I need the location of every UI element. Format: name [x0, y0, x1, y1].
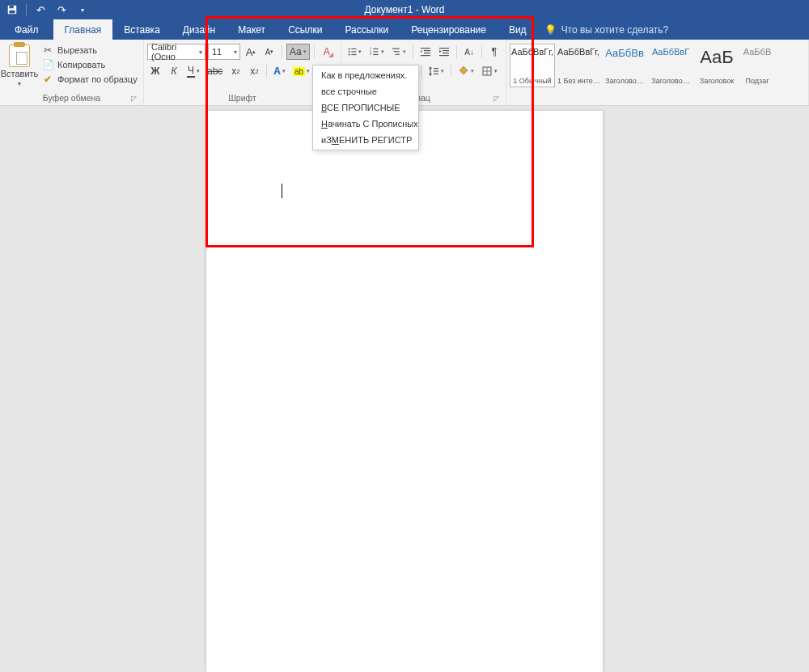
style-heading2[interactable]: АаБбВвГЗаголово…: [648, 44, 693, 87]
text-cursor: [282, 184, 282, 198]
tab-view[interactable]: Вид: [498, 19, 538, 40]
strikethrough-button[interactable]: abc: [205, 63, 225, 79]
line-spacing-button[interactable]: [426, 63, 447, 79]
quick-access-toolbar: ↶ ↷ ▾: [0, 2, 95, 17]
change-case-button[interactable]: Aa: [286, 44, 310, 60]
format-painter-button[interactable]: ✔Формат по образцу: [39, 73, 141, 86]
italic-button[interactable]: К: [166, 63, 182, 79]
brush-icon: ✔: [42, 74, 53, 85]
svg-rect-1: [10, 6, 14, 9]
font-name-combo[interactable]: Calibri (Осно: [147, 44, 205, 60]
menu-sentence-case[interactable]: Как в предложениях.: [313, 67, 418, 83]
bullets-button[interactable]: [345, 44, 364, 60]
separator: [481, 45, 482, 58]
style-heading1[interactable]: АаБбВвЗаголово…: [602, 44, 647, 87]
shrink-font-button[interactable]: A▾: [261, 44, 277, 60]
save-icon[interactable]: [5, 2, 19, 17]
tell-me[interactable]: 💡 Что вы хотите сделать?: [538, 19, 669, 40]
svg-rect-4: [351, 49, 356, 49]
redo-icon[interactable]: ↷: [54, 2, 69, 17]
svg-rect-16: [393, 51, 399, 52]
highlight-button[interactable]: ab: [290, 63, 312, 79]
separator: [421, 65, 421, 78]
font-size-combo[interactable]: 11: [208, 44, 240, 60]
style-subtitle[interactable]: АаБбВПодзаг: [740, 44, 774, 87]
subscript-button[interactable]: x2: [227, 63, 244, 79]
undo-icon[interactable]: ↶: [33, 2, 48, 17]
separator: [266, 65, 267, 78]
dialog-launcher-icon[interactable]: ◸: [131, 95, 137, 103]
tab-references[interactable]: Ссылки: [277, 19, 333, 40]
copy-button[interactable]: 📄Копировать: [39, 58, 141, 71]
svg-rect-12: [374, 51, 379, 52]
change-case-menu: Как в предложениях. все строчные ВСЕ ПРО…: [312, 65, 419, 150]
paste-button[interactable]: Вставить ▾: [3, 41, 36, 87]
paste-icon: [9, 44, 30, 67]
tab-home[interactable]: Главная: [53, 19, 113, 40]
menu-uppercase[interactable]: ВСЕ ПРОПИСНЫЕ: [313, 99, 418, 116]
svg-rect-15: [392, 49, 400, 49]
tell-me-text: Что вы хотите сделать?: [561, 24, 669, 36]
window-title: Документ1 - Word: [0, 4, 809, 15]
svg-marker-22: [421, 50, 422, 53]
tab-mailings[interactable]: Рассылки: [333, 19, 400, 40]
separator: [413, 45, 413, 58]
svg-rect-47: [434, 68, 438, 69]
title-bar: ↶ ↷ ▾ Документ1 - Word: [0, 0, 809, 19]
svg-rect-18: [421, 48, 430, 49]
tab-layout[interactable]: Макет: [227, 19, 277, 40]
tab-file[interactable]: Файл: [0, 19, 53, 40]
borders-button[interactable]: [479, 63, 500, 79]
paste-label: Вставить: [1, 69, 39, 78]
tab-design[interactable]: Дизайн: [172, 19, 227, 40]
shading-button[interactable]: [455, 63, 477, 79]
document-area: [0, 106, 809, 672]
svg-text:3: 3: [370, 53, 371, 56]
svg-rect-21: [421, 55, 430, 56]
separator: [456, 45, 457, 58]
text-effects-button[interactable]: A: [271, 63, 288, 79]
dialog-launcher-icon[interactable]: ◸: [493, 95, 499, 103]
tab-review[interactable]: Рецензирование: [400, 19, 498, 40]
grow-font-button[interactable]: A▴: [243, 44, 259, 60]
menu-lowercase[interactable]: все строчные: [313, 83, 418, 99]
multilevel-list-button[interactable]: [389, 44, 409, 60]
svg-rect-23: [439, 48, 449, 49]
tab-insert[interactable]: Вставка: [112, 19, 172, 40]
menu-toggle-case[interactable]: иЗМЕНИТЬ РЕГИСТР: [313, 132, 418, 148]
decrease-indent-button[interactable]: [417, 44, 434, 60]
svg-rect-48: [434, 70, 438, 71]
numbering-button[interactable]: 123: [366, 44, 386, 60]
bold-button[interactable]: Ж: [147, 63, 163, 79]
sort-button[interactable]: A↓: [461, 44, 477, 60]
svg-rect-8: [351, 54, 356, 55]
menu-capitalize-each[interactable]: Начинать С Прописных: [313, 116, 418, 132]
svg-rect-19: [424, 50, 430, 51]
group-label-clipboard: Буфер обмена◸: [3, 91, 140, 105]
qat-dropdown-icon[interactable]: ▾: [75, 2, 90, 17]
svg-rect-26: [439, 55, 449, 56]
svg-rect-24: [443, 50, 449, 51]
format-painter-label: Формат по образцу: [57, 74, 138, 84]
svg-rect-17: [395, 54, 399, 55]
style-normal[interactable]: АаБбВвГг,1 Обычный: [510, 44, 555, 87]
show-marks-button[interactable]: ¶: [486, 44, 502, 60]
svg-rect-25: [443, 53, 449, 53]
page[interactable]: [206, 111, 603, 672]
svg-rect-20: [424, 53, 430, 53]
increase-indent-button[interactable]: [436, 44, 452, 60]
chevron-down-icon: ▾: [18, 80, 21, 87]
styles-gallery: АаБбВвГг,1 Обычный АаБбВвГг,1 Без инте… …: [510, 41, 805, 87]
underline-button[interactable]: Ч: [184, 63, 202, 79]
style-title[interactable]: АаБЗаголовок: [694, 44, 739, 87]
style-no-spacing[interactable]: АаБбВвГг,1 Без инте…: [556, 44, 601, 87]
separator: [26, 4, 27, 15]
svg-rect-6: [351, 51, 356, 52]
bulb-icon: 💡: [544, 24, 557, 36]
clear-formatting-button[interactable]: A◢: [319, 44, 335, 60]
svg-point-5: [349, 51, 350, 53]
group-clipboard: Вставить ▾ ✂Вырезать 📄Копировать ✔Формат…: [0, 40, 144, 105]
cut-button[interactable]: ✂Вырезать: [39, 44, 141, 57]
group-label-font: Шрифт◸: [147, 91, 337, 105]
superscript-button[interactable]: x2: [246, 63, 262, 79]
